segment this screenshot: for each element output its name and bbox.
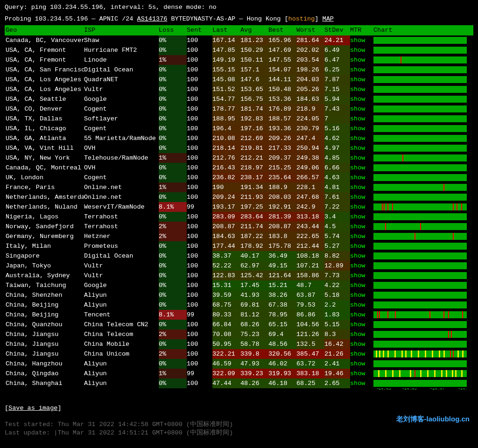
cell-last: 15.31 [212, 280, 240, 290]
cell-geo: Nigeria, Lagos [5, 212, 84, 222]
table-row: China, JiangsuChina Telecom2%10070.0875.… [5, 329, 473, 339]
cell-isp: Prometeus [84, 241, 159, 251]
table-row: China, ShenzhenAliyun0%10039.5941.9338.2… [5, 290, 473, 300]
cell-mtr: show [350, 320, 373, 329]
mtr-show-link[interactable]: show [350, 164, 365, 171]
cell-last: 47.44 [212, 378, 240, 388]
table-row: USA, CA, FremontLinode1%100149.19150.111… [5, 55, 473, 65]
cell-loss: 2% [159, 329, 187, 339]
cell-worst: 198.26 [296, 65, 324, 75]
cell-sent: 100 [187, 339, 212, 349]
mtr-show-link[interactable]: show [350, 380, 365, 387]
cell-stdev: 4.63 [324, 173, 350, 182]
cell-isp: Softlayer [84, 114, 159, 124]
table-row: USA, CA, FremontHurricane FMT20%100147.8… [5, 45, 473, 55]
mtr-show-link[interactable]: show [350, 223, 365, 230]
cell-best: 188.57 [268, 114, 296, 124]
cell-best: 165.96 [268, 35, 296, 45]
mtr-show-link[interactable]: show [350, 262, 365, 269]
mtr-show-link[interactable]: show [350, 125, 365, 132]
mtr-show-link[interactable]: show [350, 331, 365, 338]
cell-mtr: show [350, 55, 373, 65]
cell-avg: 283.64 [240, 212, 268, 222]
cell-chart [373, 339, 467, 349]
mtr-show-link[interactable]: show [350, 233, 365, 240]
mtr-show-link[interactable]: show [350, 194, 365, 201]
table-row: China, QuanzhouChina Telecom CN20%10066.… [5, 320, 473, 329]
cell-last: 46.59 [212, 359, 240, 369]
cell-worst: 79.53 [296, 300, 324, 310]
cell-last: 68.75 [212, 300, 240, 310]
save-as-image-link[interactable]: Save as image [8, 405, 57, 412]
cell-worst: 222.65 [296, 231, 324, 241]
cell-mtr: show [350, 104, 373, 114]
mtr-show-link[interactable]: show [350, 154, 365, 161]
cell-loss: 0% [159, 173, 187, 182]
map-link[interactable]: MAP [323, 15, 334, 22]
cell-last: 322.21 [212, 349, 240, 359]
cell-isp: Digital Ocean [84, 251, 159, 261]
mtr-show-link[interactable]: show [350, 76, 365, 83]
mtr-show-link[interactable]: show [350, 135, 365, 142]
mtr-show-link[interactable]: show [350, 184, 365, 191]
mtr-show-link[interactable]: show [350, 292, 365, 299]
mtr-show-link[interactable]: show [350, 370, 365, 377]
cell-last: 178.77 [212, 104, 240, 114]
cell-worst: 108.18 [296, 251, 324, 261]
mtr-show-link[interactable]: show [350, 86, 365, 93]
cell-last: 154.77 [212, 94, 240, 104]
cell-last: 80.33 [212, 310, 240, 320]
mtr-show-link[interactable]: show [350, 56, 365, 63]
cell-stdev: 4.81 [324, 182, 350, 192]
mtr-show-link[interactable]: show [350, 321, 365, 328]
mtr-show-link[interactable]: show [350, 282, 365, 289]
mtr-show-link[interactable]: show [350, 105, 365, 112]
mtr-show-link[interactable]: show [350, 115, 365, 122]
cell-isp: Vultr [84, 84, 159, 94]
ping-chart [373, 370, 467, 377]
cell-sent: 100 [187, 349, 212, 359]
cell-loss: 0% [159, 300, 187, 310]
cell-chart [373, 280, 467, 290]
cell-mtr: show [350, 310, 373, 320]
mtr-show-link[interactable]: show [350, 252, 365, 259]
mtr-show-link[interactable]: show [350, 311, 365, 318]
cell-mtr: show [350, 143, 373, 153]
mtr-show-link[interactable]: show [350, 341, 365, 348]
mtr-show-link[interactable]: show [350, 360, 365, 367]
cell-geo: Taiwan, Taichung [5, 280, 84, 290]
cell-last: 190 [212, 182, 240, 192]
mtr-show-link[interactable]: show [350, 213, 365, 220]
mtr-show-link[interactable]: show [350, 66, 365, 73]
query-value: ping 103.234.55.196, interval: 5s, dense… [31, 4, 217, 11]
mtr-show-link[interactable]: show [350, 37, 365, 44]
cell-geo: France, Paris [5, 182, 84, 192]
cell-stdev: 7.73 [324, 271, 350, 280]
ping-chart [373, 233, 467, 240]
mtr-show-link[interactable]: show [350, 96, 365, 103]
mtr-show-link[interactable]: show [350, 350, 365, 357]
mtr-show-link[interactable]: show [350, 301, 365, 308]
mtr-show-link[interactable]: show [350, 203, 365, 210]
cell-avg: 62.97 [240, 261, 268, 271]
cell-sent: 100 [187, 241, 212, 251]
mtr-show-link[interactable]: show [350, 174, 365, 181]
cell-isp: Online.net [84, 192, 159, 202]
cell-geo: China, Shenzhen [5, 290, 84, 300]
mtr-show-link[interactable]: show [350, 47, 365, 54]
cell-mtr: show [350, 173, 373, 182]
cell-sent: 100 [187, 94, 212, 104]
cell-stdev: 4.97 [324, 143, 350, 153]
as-link[interactable]: AS141376 [137, 15, 168, 22]
mtr-show-link[interactable]: show [350, 243, 365, 250]
table-row: USA, CA, San FranciscoDigital Ocean0%100… [5, 65, 473, 75]
cell-last: 39.59 [212, 290, 240, 300]
bracket-open: [ [5, 405, 8, 412]
cell-stdev: 3.4 [324, 212, 350, 222]
cell-stdev: 8.3 [324, 329, 350, 339]
cell-avg: 58.78 [240, 339, 268, 349]
cell-stdev: 6.25 [324, 65, 350, 75]
mtr-show-link[interactable]: show [350, 272, 365, 279]
mtr-show-link[interactable]: show [350, 145, 365, 152]
cell-stdev: 2.65 [324, 378, 350, 388]
